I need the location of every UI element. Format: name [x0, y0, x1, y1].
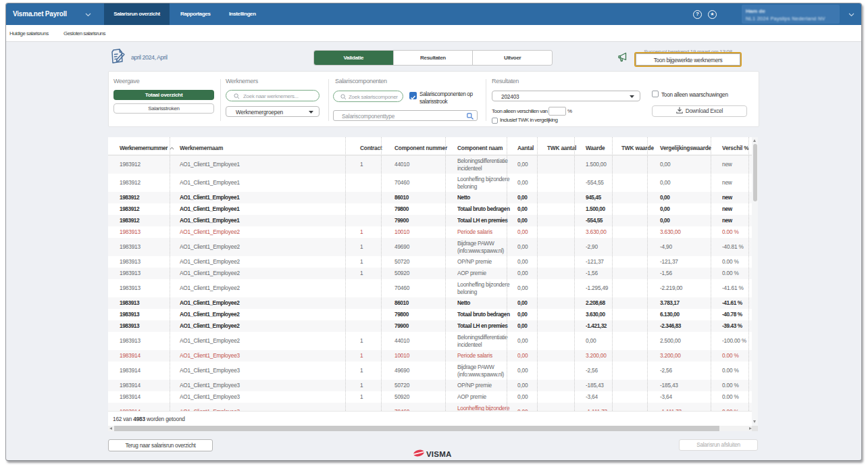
svg-text:VISMA: VISMA	[426, 450, 451, 458]
